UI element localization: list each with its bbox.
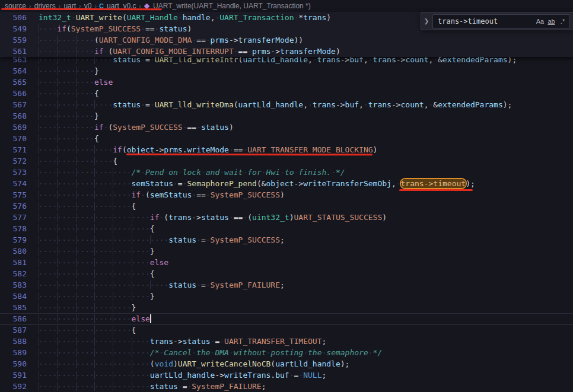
line-number[interactable]: 549 [0,23,27,34]
code-text: ························} [27,246,155,257]
code-line[interactable]: 589························/*·Cancel·the… [0,347,573,358]
match-case-icon[interactable]: Aa [534,16,546,27]
line-number[interactable]: 564 [0,65,27,77]
line-number[interactable]: 575 [0,189,27,200]
code-text: int32_t·UART_write(UART_Handle·handle,·U… [27,12,331,23]
find-input-box: Aa ab .* [432,14,570,28]
code-line[interactable]: 581························else [0,257,573,268]
code-line[interactable]: 576····················{ [0,200,573,212]
line-number[interactable]: 572 [0,155,27,167]
code-text: ····················} [27,302,136,313]
text-cursor [150,314,151,323]
code-text: ············} [27,65,99,77]
code-line[interactable]: 574····················semStatus·=·Semap… [0,178,573,189]
line-number[interactable]: 592 [0,381,27,392]
code-text: ············if·(UART_CONFIG_MODE_INTERRU… [27,46,340,57]
code-text: ························if·(trans->statu… [27,212,387,223]
code-text: ····················{ [27,324,136,336]
code-line[interactable]: 579····························status·=·… [0,234,573,246]
line-number[interactable]: 579 [0,234,27,246]
code-line[interactable]: 588························trans->status… [0,336,573,347]
line-number[interactable]: 574 [0,178,27,189]
line-number[interactable]: 590 [0,358,27,369]
line-number[interactable]: 577 [0,212,27,223]
line-number[interactable]: 584 [0,291,27,302]
vscode-editor-window: { "breadcrumb": { "separator": "›", "ite… [0,0,573,392]
code-text: ························{ [27,223,155,234]
line-number[interactable]: 569 [0,122,27,133]
code-line[interactable]: 570············{ [0,133,573,144]
line-number[interactable]: 561 [0,46,27,57]
code-line[interactable]: 580························} [0,246,573,257]
line-number[interactable]: 589 [0,347,27,358]
code-line[interactable]: 577························if·(trans->st… [0,212,573,223]
line-number[interactable]: 567 [0,99,27,110]
code-line[interactable]: 584························} [0,291,573,302]
code-line[interactable]: 561············if·(UART_CONFIG_MODE_INTE… [0,46,573,57]
line-number[interactable]: 570 [0,133,27,144]
line-number[interactable]: 588 [0,336,27,347]
code-line[interactable]: 590························(void)UART_wr… [0,358,573,369]
code-text: ············} [27,110,99,122]
find-input[interactable] [437,17,534,26]
code-line[interactable]: 578························{ [0,223,573,234]
whole-word-icon[interactable]: ab [546,16,557,27]
code-text: ············else [27,77,113,88]
code-text: ························{ [27,268,155,279]
code-line[interactable]: 587····················{ [0,324,573,336]
code-line[interactable]: 567················status·=·UART_lld_wri… [0,99,573,110]
line-number[interactable]: 568 [0,110,27,122]
code-line[interactable]: 572················{ [0,155,573,167]
line-number[interactable]: 581 [0,257,27,268]
line-number[interactable]: 580 [0,246,27,257]
code-line[interactable]: 591························uartLld_handl… [0,369,573,381]
line-number[interactable]: 578 [0,223,27,234]
line-number[interactable]: 586 [0,313,27,324]
code-line[interactable]: 592························status·=·Syst… [0,381,573,392]
find-widget: ❯ Aa ab .* [421,12,573,30]
code-text: ························trans->status·=·… [27,336,326,347]
line-number[interactable]: 576 [0,200,27,212]
code-line[interactable]: 559············(UART_CONFIG_MODE_DMA·==·… [0,34,573,46]
code-line[interactable]: 564············} [0,65,573,77]
line-number[interactable]: 591 [0,369,27,381]
line-number[interactable]: 566 [0,88,27,99]
code-text: ························uartLld_handle->… [27,369,326,381]
code-text: ····························status·=·Sys… [27,234,285,246]
code-text: ························status·=·SystemP… [27,381,266,392]
code-line[interactable]: 585····················} [0,302,573,313]
code-text: ············if·(SystemP_SUCCESS·==·statu… [27,122,234,133]
line-number[interactable]: 565 [0,77,27,88]
find-match-highlight: trans->timeout [401,179,466,188]
code-line[interactable]: 565············else [0,77,573,88]
code-text: ····················semStatus·=·Semaphor… [27,178,475,189]
line-number[interactable]: 506 [0,12,27,23]
line-number[interactable]: 585 [0,302,27,313]
code-text: ························(void)UART_write… [27,358,349,369]
code-line[interactable]: 569············if·(SystemP_SUCCESS·==·st… [0,122,573,133]
line-number[interactable]: 559 [0,34,27,46]
line-number[interactable]: 573 [0,167,27,178]
code-text: ············(UART_CONFIG_MODE_DMA·==·prm… [27,34,303,46]
toggle-replace-icon[interactable]: ❯ [423,18,430,24]
code-line[interactable]: 568············} [0,110,573,122]
regex-icon[interactable]: .* [557,16,568,27]
code-line[interactable]: 573····················/*·Pend·on·lock·a… [0,167,573,178]
code-text: ························else [27,257,168,268]
code-line[interactable]: 566············{ [0,88,573,99]
code-text: ················status·=·UART_lld_writeI… [27,57,517,65]
code-line[interactable]: 583····························status·=·… [0,279,573,291]
line-number[interactable]: 582 [0,268,27,279]
breadcrumb-item-symbol[interactable]: UART_write(UART_Handle, UART_Transaction… [152,2,311,10]
code-text: ····················{ [27,200,136,212]
line-number[interactable]: 571 [0,144,27,155]
line-number[interactable]: 583 [0,279,27,291]
code-line[interactable]: 575····················if·(semStatus·==·… [0,189,573,200]
code-line[interactable]: 563················status·=·UART_lld_wri… [0,57,573,65]
line-number[interactable]: 587 [0,324,27,336]
editor-lines: 563················status·=·UART_lld_wri… [0,57,573,392]
line-number[interactable]: 563 [0,57,27,65]
code-text: ················status·=·UART_lld_writeD… [27,99,512,110]
code-line[interactable]: 582························{ [0,268,573,279]
code-line[interactable]: 586····················else [0,313,573,324]
